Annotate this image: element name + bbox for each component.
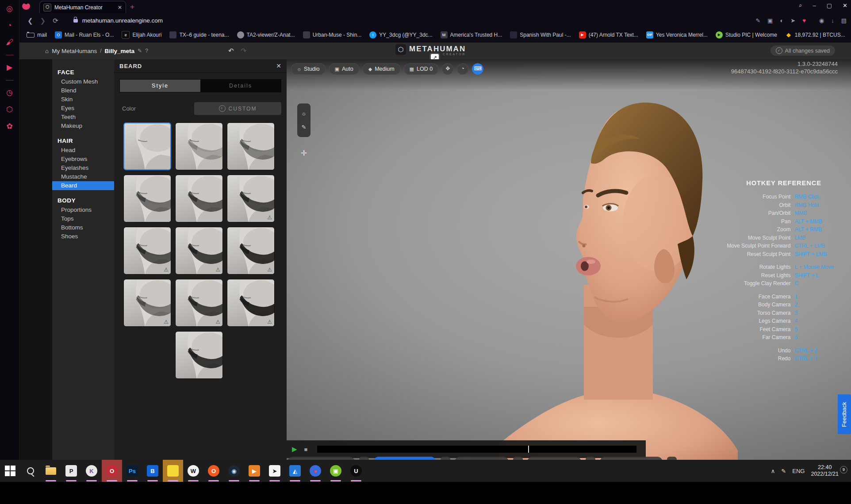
- bookmark-item[interactable]: Spanish With Paul -...: [510, 31, 571, 38]
- nav-item-beard[interactable]: Beard: [52, 181, 114, 190]
- anim-preset-button[interactable]: ◉Face ROM: [373, 457, 436, 460]
- keyboard-shortcuts-icon[interactable]: ⌨: [472, 63, 483, 75]
- nav-item-custom-mesh[interactable]: Custom Mesh: [52, 77, 114, 86]
- bookmark-item[interactable]: mail: [27, 32, 47, 38]
- panels-icon[interactable]: ▤: [841, 17, 847, 24]
- nav-item-proportions[interactable]: Proportions: [52, 206, 114, 214]
- taskbar-green-app-icon[interactable]: ▣: [326, 460, 346, 482]
- favorite-icon[interactable]: ♥: [802, 17, 806, 24]
- beard-style-2[interactable]: [175, 122, 223, 170]
- stop-button[interactable]: ■: [304, 446, 308, 453]
- taskbar-origin-icon[interactable]: O: [203, 460, 224, 482]
- anim-preset-button[interactable]: ◉: [527, 457, 581, 460]
- beard-style-4[interactable]: [123, 175, 171, 222]
- gx-corner-icon[interactable]: [22, 3, 30, 10]
- easy-setup-icon[interactable]: ✎: [755, 17, 760, 24]
- hidden-icons-chevron[interactable]: ∧: [771, 468, 775, 474]
- language-indicator[interactable]: ENG: [792, 468, 805, 474]
- taskbar-unreal-icon[interactable]: U: [346, 460, 366, 482]
- beard-style-5[interactable]: [175, 175, 223, 222]
- anim-preset-button[interactable]: ◉: [600, 457, 663, 460]
- bookmark-item[interactable]: MAmerica's Trusted H...: [441, 31, 502, 38]
- anim-preset-button[interactable]: ◉: [288, 457, 355, 460]
- taskbar-pose-app-icon[interactable]: P: [61, 460, 81, 482]
- taskbar-wacom-icon[interactable]: W: [183, 460, 203, 482]
- cleaner-icon[interactable]: 🖌: [4, 37, 15, 48]
- viewport-3d[interactable]: ☼Studio▣Auto◆Medium▦LOD 0✥◔⌨ 1.3.0-23248…: [287, 59, 851, 460]
- shield-icon[interactable]: ◐: [780, 17, 783, 24]
- undo-button[interactable]: ↶: [228, 47, 234, 55]
- beard-style-9[interactable]: ⚠: [227, 227, 275, 275]
- flow-icon[interactable]: ➤: [790, 17, 795, 24]
- nav-item-eyes[interactable]: Eyes: [52, 104, 114, 113]
- beard-style-8[interactable]: ⚠: [175, 227, 223, 275]
- beard-style-10[interactable]: ⚠: [123, 279, 171, 327]
- forward-button[interactable]: ❯: [40, 17, 46, 25]
- url-text[interactable]: metahuman.unrealengine.com: [82, 17, 163, 24]
- minimize-button[interactable]: –: [813, 2, 816, 9]
- taskbar-search-icon[interactable]: [20, 460, 41, 482]
- taskbar-file-explorer-icon[interactable]: [41, 460, 61, 482]
- pen-icon[interactable]: ✎: [781, 468, 786, 474]
- beard-style-1[interactable]: [123, 122, 171, 170]
- search-icon[interactable]: ⌕: [799, 2, 802, 9]
- move-tool-icon[interactable]: ✛: [297, 147, 310, 160]
- tab-details[interactable]: Details: [200, 80, 281, 92]
- help-icon[interactable]: ?: [145, 48, 148, 54]
- reload-button[interactable]: ⟳: [53, 17, 58, 25]
- maximize-button[interactable]: ▢: [827, 2, 832, 9]
- taskbar-quixel-icon[interactable]: ➤: [264, 460, 285, 482]
- bookmark-item[interactable]: Urban-Muse - Shin...: [303, 31, 362, 38]
- beard-style-11[interactable]: ⚠: [175, 279, 223, 327]
- taskbar-sync-app-icon[interactable]: ●: [305, 460, 326, 482]
- nav-item-mustache[interactable]: Mustache: [52, 172, 114, 181]
- snapshot-icon[interactable]: ▣: [767, 17, 773, 24]
- pill-auto[interactable]: ▣Auto: [329, 63, 359, 75]
- bookmark-item[interactable]: tYY_3dcg (@YY_3dc...: [369, 31, 432, 38]
- browser-tab[interactable]: ⬡ MetaHuman Creator ✕: [39, 1, 126, 13]
- home-icon[interactable]: ⌂: [45, 48, 49, 54]
- profile-icon[interactable]: ◉: [819, 17, 824, 24]
- nav-item-teeth[interactable]: Teeth: [52, 113, 114, 122]
- sculpt-brush-icon[interactable]: ✎: [302, 124, 307, 130]
- nav-item-makeup[interactable]: Makeup: [52, 122, 114, 130]
- anim-preset-download-button[interactable]: ↓: [667, 457, 677, 460]
- breadcrumb[interactable]: ⌂ My MetaHumans / Billy_meta ✎ ?: [45, 42, 148, 59]
- bookmark-item[interactable]: GIFYes Veronica Merrel...: [646, 31, 708, 38]
- opera-gx-logo-icon[interactable]: ◎: [4, 4, 15, 14]
- panel-close-icon[interactable]: ✕: [276, 62, 281, 69]
- pill-medium[interactable]: ◆Medium: [363, 63, 400, 75]
- anim-preset-button[interactable]: ◉Body ROM: [455, 457, 509, 460]
- anim-preset-download-button[interactable]: ↓: [359, 457, 369, 460]
- playhead[interactable]: [528, 446, 529, 453]
- taskbar-steam-icon[interactable]: ◉: [224, 460, 244, 482]
- pill-studio[interactable]: ☼Studio: [291, 63, 326, 75]
- downloads-icon[interactable]: ↓: [831, 17, 834, 24]
- bookmark-item[interactable]: TX–6 guide - teena...: [169, 31, 229, 38]
- nav-item-skin[interactable]: Skin: [52, 95, 114, 104]
- beard-style-7[interactable]: ⚠: [123, 227, 171, 275]
- anim-preset-download-button[interactable]: ↓: [513, 457, 523, 460]
- redo-button[interactable]: ↷: [241, 47, 247, 55]
- timeline-track[interactable]: [317, 446, 636, 453]
- nav-item-shoes[interactable]: Shoes: [52, 232, 114, 241]
- beard-style-3[interactable]: [227, 122, 275, 170]
- anim-preset-download-button[interactable]: ↓: [586, 457, 595, 460]
- pose-tool-icon[interactable]: ✥: [442, 63, 453, 75]
- taskbar-media-player-icon[interactable]: ▶: [244, 460, 264, 482]
- history-clock-icon[interactable]: ◷: [4, 88, 15, 98]
- lock-icon[interactable]: [73, 19, 78, 23]
- bookmark-item[interactable]: ▶Studio PIC | Welcome: [716, 31, 777, 38]
- new-tab-button[interactable]: +: [130, 3, 134, 11]
- anim-preset-download-button[interactable]: ↓: [441, 457, 450, 460]
- taskbar-krita-icon[interactable]: K: [81, 460, 102, 482]
- taskbar-windows-start-icon[interactable]: [0, 460, 20, 482]
- nav-item-eyelashes[interactable]: Eyelashes: [52, 164, 114, 172]
- custom-color-button[interactable]: + CUSTOM: [194, 102, 281, 115]
- nav-item-eyebrows[interactable]: Eyebrows: [52, 155, 114, 164]
- rename-icon[interactable]: ✎: [138, 48, 142, 54]
- nav-item-head[interactable]: Head: [52, 146, 114, 155]
- video-popout-icon[interactable]: ▶: [4, 62, 15, 73]
- pill-lod-0[interactable]: ▦LOD 0: [404, 63, 439, 75]
- gx-games-box-icon[interactable]: ⬡: [4, 104, 15, 115]
